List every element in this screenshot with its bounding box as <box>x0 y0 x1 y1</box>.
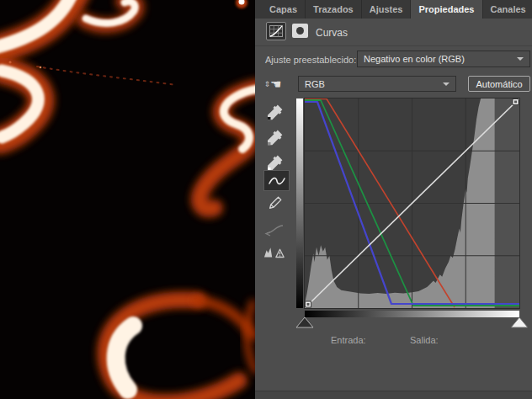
smooth-curve-tool-icon[interactable] <box>263 221 285 239</box>
gray-point-eyedropper-icon[interactable] <box>264 128 286 146</box>
tab-ajustes[interactable]: Ajustes <box>362 0 412 19</box>
photoshop-window: Capas Trazados Ajustes Propiedades Canal… <box>0 0 532 399</box>
layer-mask-icon[interactable] <box>292 24 308 38</box>
channel-select[interactable]: RGB <box>298 76 456 92</box>
divider <box>255 45 532 46</box>
shadow-input-slider[interactable] <box>295 317 314 328</box>
preset-value: Negativo en color (RGB) <box>364 54 465 64</box>
channel-value: RGB <box>305 79 325 89</box>
white-point-eyedropper-icon[interactable] <box>264 153 286 172</box>
highlight-input-slider[interactable] <box>510 317 529 328</box>
chevron-down-icon <box>517 57 524 61</box>
preset-label: Ajuste preestablecido: <box>265 55 356 65</box>
auto-button[interactable]: Automático <box>468 76 530 92</box>
clipping-display-icon[interactable] <box>263 242 285 261</box>
edit-curve-points-tool[interactable] <box>263 170 290 191</box>
panel-footer <box>255 391 532 399</box>
curves-graph[interactable] <box>304 98 520 309</box>
document-canvas[interactable] <box>0 0 255 399</box>
input-gradient-bar <box>305 311 519 317</box>
input-label: Entrada: <box>331 335 366 345</box>
tab-propiedades[interactable]: Propiedades <box>411 0 482 19</box>
tab-capas[interactable]: Capas <box>262 0 306 19</box>
chevron-down-icon <box>443 82 450 86</box>
panel-tab-bar: Capas Trazados Ajustes Propiedades Canal… <box>255 0 532 19</box>
black-point-eyedropper-icon[interactable] <box>264 103 286 121</box>
tab-canales[interactable]: Canales <box>483 0 532 19</box>
panel-title: Curvas <box>316 27 348 39</box>
pencil-tool-icon[interactable] <box>264 194 286 212</box>
curves-adjustment-icon[interactable] <box>266 22 286 40</box>
curves-grid-glyph <box>269 25 283 37</box>
curve-wave-icon <box>268 174 286 188</box>
output-label: Salida: <box>410 335 439 345</box>
preset-select[interactable]: Negativo en color (RGB) <box>357 51 530 67</box>
tab-trazados[interactable]: Trazados <box>306 0 362 19</box>
output-gradient-bar <box>296 98 303 308</box>
targeted-adjustment-icon[interactable]: ⇕☚ <box>262 75 284 93</box>
mask-dot <box>296 27 304 35</box>
